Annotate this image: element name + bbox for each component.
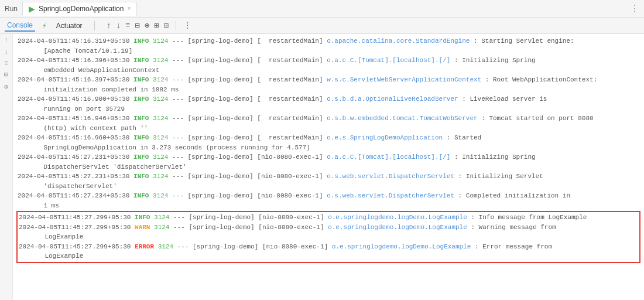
tab-console[interactable]: Console (5, 20, 35, 32)
log-line: 2024-04-05T11:45:16.946+05:30 INFO 3124 … (16, 114, 642, 124)
log-line: 2024-04-05T11:45:16.319+05:30 INFO 3124 … (16, 36, 642, 46)
log-line: 'dispatcherServlet' (16, 182, 642, 192)
gutter-expand-icon[interactable]: ⊕ (4, 83, 8, 91)
separator2 (176, 21, 176, 30)
close-icon[interactable]: × (127, 5, 131, 12)
gutter-collapse-icon[interactable]: ⊟ (4, 70, 8, 79)
log-line: embedded WebApplicationContext (16, 66, 642, 76)
gutter-filter-icon[interactable]: ≡ (4, 60, 8, 67)
tab-actuator[interactable]: Actuator (54, 21, 85, 31)
log-line: (http) with context path '' (16, 124, 642, 134)
pin-icon[interactable]: ⊡ (164, 21, 169, 30)
log-line: SpringLogDemoApplication in 3.273 second… (16, 143, 642, 153)
gutter-down-icon[interactable]: ↓ (4, 48, 8, 56)
log-line: 2024-04-05T11:45:27.231+05:30 INFO 3124 … (16, 152, 642, 162)
log-line: 2024-04-05T11:45:27.234+05:30 INFO 3124 … (16, 191, 642, 201)
console-content: 2024-04-05T11:45:16.319+05:30 INFO 3124 … (13, 35, 644, 265)
log-line: [Apache Tomcat/10.1.19] (16, 46, 642, 56)
settings-icon[interactable]: ⊕ (145, 21, 149, 30)
highlighted-block: 2024-04-05T11:45:27.299+05:30 INFO 3124 … (16, 211, 640, 263)
log-line: 2024-04-05T11:45:16.960+05:30 INFO 3124 … (16, 133, 642, 143)
log-line: LogExample (18, 251, 639, 261)
wrap-icon[interactable]: ≡ (125, 21, 130, 30)
layout-icon[interactable]: ⊞ (154, 21, 159, 30)
clear-icon[interactable]: ⊟ (135, 21, 139, 30)
log-line: 2024-04-05T11:45:27.299+05:30 WARN 3124 … (18, 223, 639, 233)
log-line: 2024-04-05T11:45:16.396+05:30 INFO 3124 … (16, 56, 642, 66)
gutter-up-icon[interactable]: ↑ (4, 36, 8, 45)
log-line: LogExample (18, 232, 639, 242)
scroll-down-icon[interactable]: ↓ (116, 21, 121, 30)
app-tab[interactable]: ▶ SpringLogDemoApplication × (22, 2, 137, 16)
scroll-up-icon[interactable]: ↑ (107, 21, 111, 30)
separator (94, 21, 95, 30)
more-options-icon[interactable]: ⋮ (183, 21, 191, 30)
run-label: Run (5, 5, 18, 13)
toolbar: Console ⚡ Actuator ↑ ↓ ≡ ⊟ ⊕ ⊞ ⊡ ⋮ (0, 18, 644, 34)
tab-icon: ▶ (29, 4, 35, 13)
log-line: initialization completed in 1882 ms (16, 85, 642, 95)
tab-label: SpringLogDemoApplication (39, 5, 124, 13)
log-line: 1 ms (16, 201, 642, 211)
log-line: running on port 35729 (16, 104, 642, 114)
log-line: 2024-04-05T11:45:27.299+05:30 ERROR 3124… (18, 242, 639, 252)
title-bar: Run ▶ SpringLogDemoApplication × ⋮ (0, 0, 644, 18)
log-line: 2024-04-05T11:45:27.299+05:30 INFO 3124 … (18, 213, 639, 223)
toolbar-icons: ↑ ↓ ≡ ⊟ ⊕ ⊞ ⊡ ⋮ (107, 21, 191, 30)
gutter: ↑ ↓ ≡ ⊟ ⊕ (0, 34, 13, 300)
log-line: 2024-04-05T11:45:27.231+05:30 INFO 3124 … (16, 172, 642, 182)
log-line: 2024-04-05T11:45:16.397+05:30 INFO 3124 … (16, 75, 642, 85)
console-area[interactable]: ↑ ↓ ≡ ⊟ ⊕ 2024-04-05T11:45:16.319+05:30 … (0, 34, 644, 300)
more-icon[interactable]: ⋮ (630, 3, 639, 15)
actuator-icon: ⚡ (42, 21, 47, 30)
log-line: 2024-04-05T11:45:16.900+05:30 INFO 3124 … (16, 94, 642, 104)
log-line: DispatcherServlet 'dispatcherServlet' (16, 162, 642, 172)
